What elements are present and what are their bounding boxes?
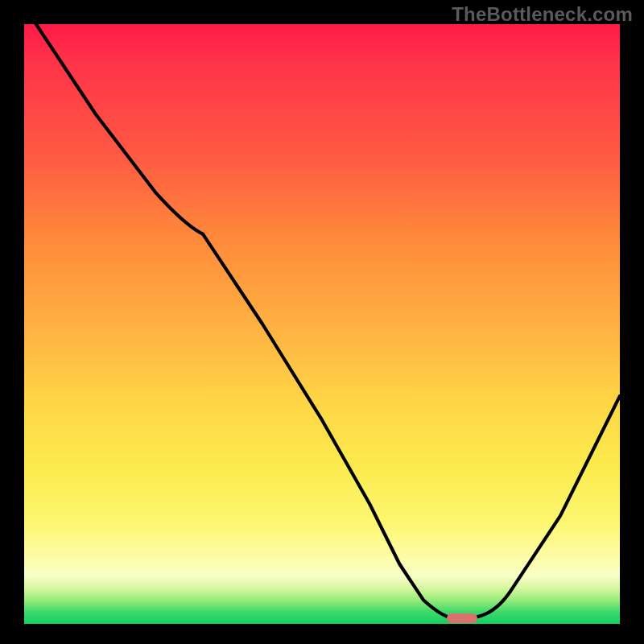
chart-container: TheBottleneck.com: [0, 0, 644, 644]
minimum-marker: [447, 613, 477, 623]
watermark-text: TheBottleneck.com: [452, 3, 633, 26]
bottleneck-curve: [24, 24, 620, 624]
